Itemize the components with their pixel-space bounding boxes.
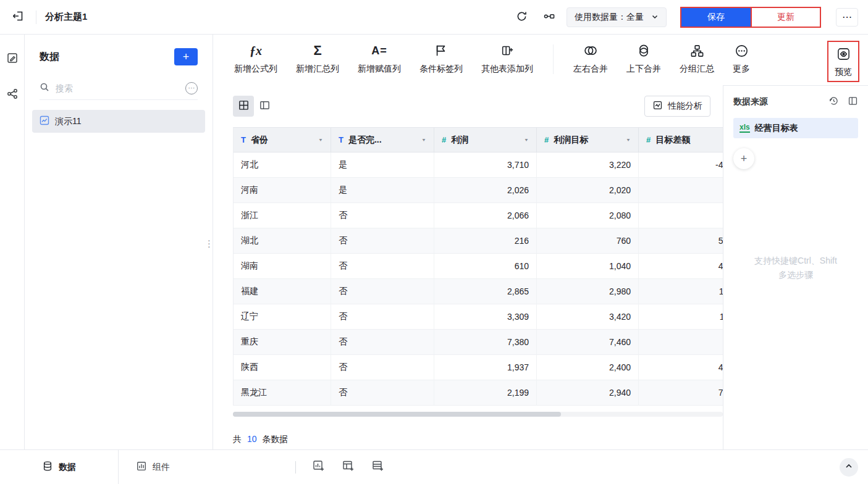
add-chart-component-button[interactable] — [310, 458, 328, 477]
table-row[interactable]: 浙江否2,0662,08014 — [234, 203, 723, 228]
search-input[interactable] — [56, 83, 179, 93]
add-step-button[interactable]: + — [733, 148, 754, 169]
relation-view-button[interactable] — [3, 85, 22, 104]
table-row[interactable]: 重庆否7,3807,46080 — [234, 330, 723, 355]
layout-columns-icon[interactable] — [848, 96, 858, 108]
save-button[interactable]: 保存 — [681, 8, 751, 27]
table-cell: 2,400 — [537, 355, 639, 380]
column-header-target-gap[interactable]: # 目标差额 ▼ — [639, 128, 723, 152]
table-cell: 否 — [331, 228, 434, 254]
table-cell: 是 — [331, 178, 434, 203]
edit-board-button[interactable] — [3, 49, 22, 68]
table-row[interactable]: 辽宁否3,3093,420111 — [234, 304, 723, 330]
sidebar-resize-handle[interactable]: ⋮ — [204, 238, 214, 249]
table-cell: 浙江 — [234, 203, 331, 228]
table-row[interactable]: 河北是3,7103,220-490 — [234, 152, 723, 178]
filter-caret-icon[interactable]: ▼ — [421, 138, 426, 143]
filter-caret-icon[interactable]: ▼ — [318, 138, 323, 143]
table-add-icon — [342, 460, 355, 474]
column-header-profit-target[interactable]: # 利润目标 ▼ — [537, 128, 639, 152]
toolbar-item-condition-tag-column[interactable]: 条件标签列 — [419, 41, 463, 75]
table-cell: 430 — [639, 254, 723, 279]
collapse-bottombar-button[interactable] — [840, 458, 858, 477]
add-data-button[interactable]: + — [174, 48, 198, 65]
filter-caret-icon[interactable]: ▼ — [626, 138, 631, 143]
table-row[interactable]: 陕西否1,9372,400463 — [234, 355, 723, 380]
filter-caret-icon[interactable]: ▼ — [524, 138, 529, 143]
table-cell: 1,937 — [434, 355, 537, 380]
table-row[interactable]: 黑龙江否2,1992,940741 — [234, 380, 723, 406]
table-cell: 741 — [639, 380, 723, 406]
table-cell: 辽宁 — [234, 304, 331, 330]
table-row[interactable]: 福建否2,8652,980115 — [234, 279, 723, 304]
table-cell: 2,066 — [434, 203, 537, 228]
row-count-suffix: 条数据 — [262, 434, 288, 444]
preview-label: 预览 — [835, 67, 852, 78]
toolbar-item-add-formula-column[interactable]: ƒx 新增公式列 — [234, 41, 277, 75]
column-name: 省份 — [251, 135, 268, 146]
search-more-button[interactable]: ⋯ — [185, 82, 198, 94]
card-view-toggle[interactable] — [254, 96, 275, 117]
toolbar-item-join-top-bottom[interactable]: 上下合并 — [626, 41, 661, 75]
table-cell: 2,980 — [537, 279, 639, 304]
toolbar-item-label: 更多 — [733, 64, 750, 75]
horizontal-scrollbar-track[interactable] — [233, 412, 723, 417]
toolbar-items: ƒx 新增公式列 Σ 新增汇总列 A= 新增赋值列 — [234, 41, 750, 75]
table-cell: 760 — [537, 228, 639, 254]
preview-button[interactable]: 预览 — [827, 41, 859, 82]
column-header-completed[interactable]: T 是否完... ▼ — [331, 128, 434, 152]
table-view-toggle[interactable] — [233, 96, 254, 117]
table-cell: 544 — [639, 228, 723, 254]
update-button[interactable]: 更新 — [751, 8, 820, 27]
table-cell: 7,380 — [434, 330, 537, 355]
toolbar-item-group-summary[interactable]: 分组汇总 — [680, 41, 714, 75]
toolbar-item-more[interactable]: 更多 — [733, 41, 750, 75]
preview-eye-icon — [836, 44, 851, 64]
history-icon[interactable] — [828, 96, 839, 108]
column-header-province[interactable]: T 省份 ▼ — [234, 128, 331, 152]
column-header-profit[interactable]: # 利润 ▼ — [434, 128, 537, 152]
table-cell: 115 — [639, 279, 723, 304]
exit-collapse-icon — [12, 10, 24, 24]
table-cell: 陕西 — [234, 355, 331, 380]
toolbar-item-add-column-from-table[interactable]: 其他表添加列 — [481, 41, 533, 75]
grid-view-icon — [238, 99, 250, 113]
tab-data[interactable]: 数据 — [0, 450, 119, 484]
table-row[interactable]: 湖南否6101,040430 — [234, 254, 723, 279]
join-horizontal-icon — [583, 41, 598, 60]
table-cell: -6 — [639, 178, 723, 203]
add-card-component-button[interactable] — [369, 458, 387, 477]
flag-icon — [434, 41, 448, 60]
edit-board-icon — [6, 52, 19, 66]
flow-view-button[interactable] — [539, 8, 558, 27]
toolbar-item-label: 分组汇总 — [680, 64, 714, 75]
tab-data-label: 数据 — [59, 462, 76, 473]
data-source-item[interactable]: xls 经营目标表 — [733, 118, 858, 138]
table-cell: 111 — [639, 304, 723, 330]
table-row[interactable]: 河南是2,0262,020-6 — [234, 178, 723, 203]
data-volume-dropdown[interactable]: 使用数据量：全量 — [567, 7, 667, 27]
horizontal-scrollbar-thumb[interactable] — [233, 412, 561, 417]
topbar-more-button[interactable]: ⋯ — [836, 8, 858, 27]
collapse-panel-button[interactable] — [9, 8, 27, 27]
table-cell: 河北 — [234, 152, 331, 178]
table-cell: 2,020 — [537, 178, 639, 203]
table-row[interactable]: 湖北否216760544 — [234, 228, 723, 254]
add-table-component-button[interactable] — [339, 458, 358, 477]
search-row: ⋯ — [40, 77, 198, 100]
table-cell: 2,026 — [434, 178, 537, 203]
sigma-icon: Σ — [313, 41, 321, 60]
toolbar-item-add-assign-column[interactable]: A= 新增赋值列 — [358, 41, 401, 75]
tab-component[interactable]: 组件 — [119, 450, 187, 484]
table-cell: 河南 — [234, 178, 331, 203]
toolbar-item-join-left-right[interactable]: 左右合并 — [573, 41, 608, 75]
refresh-button[interactable] — [512, 8, 531, 27]
performance-analysis-button[interactable]: 性能分析 — [644, 96, 710, 117]
table-cell: 2,865 — [434, 279, 537, 304]
sidebar-item-demo11[interactable]: 演示11 — [32, 110, 205, 133]
toolbar-item-add-summary-column[interactable]: Σ 新增汇总列 — [296, 41, 339, 75]
toolbar-item-label: 左右合并 — [573, 64, 608, 75]
table-cell: 否 — [331, 279, 434, 304]
center-row: 性能分析 T 省份 ▼ T 是否完... — [213, 85, 868, 449]
table-cell: 3,710 — [434, 152, 537, 178]
